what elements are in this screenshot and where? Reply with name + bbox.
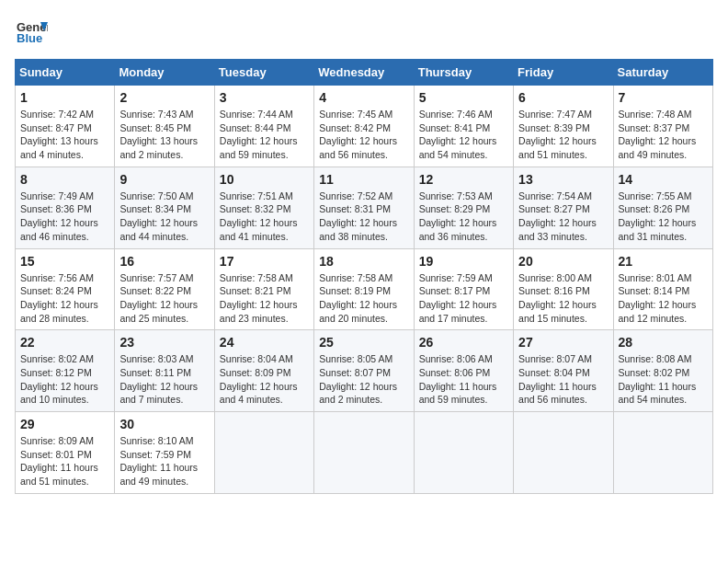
day-number: 19 xyxy=(419,254,508,269)
calendar-cell: 28Sunrise: 8:08 AMSunset: 8:02 PMDayligh… xyxy=(613,330,712,412)
day-info: Sunrise: 7:58 AMSunset: 8:19 PMDaylight:… xyxy=(319,271,408,326)
day-info: Sunrise: 7:46 AMSunset: 8:41 PMDaylight:… xyxy=(419,108,508,162)
day-info: Sunrise: 7:48 AMSunset: 8:37 PMDaylight:… xyxy=(619,108,708,162)
day-info: Sunrise: 7:56 AMSunset: 8:24 PMDaylight:… xyxy=(20,271,109,326)
day-number: 7 xyxy=(619,90,708,105)
day-number: 21 xyxy=(619,254,708,269)
day-info: Sunrise: 7:55 AMSunset: 8:26 PMDaylight:… xyxy=(619,190,708,244)
day-info: Sunrise: 8:01 AMSunset: 8:14 PMDaylight:… xyxy=(619,271,708,326)
day-number: 18 xyxy=(319,254,408,269)
day-info: Sunrise: 8:05 AMSunset: 8:07 PMDaylight:… xyxy=(319,352,408,407)
calendar-cell xyxy=(414,412,513,494)
calendar-cell: 6Sunrise: 7:47 AMSunset: 8:39 PMDaylight… xyxy=(514,86,613,167)
column-header-friday: Friday xyxy=(514,60,613,86)
page-header: General Blue xyxy=(15,15,713,48)
day-number: 1 xyxy=(20,90,109,105)
calendar-week-3: 15Sunrise: 7:56 AMSunset: 8:24 PMDayligh… xyxy=(16,248,713,330)
day-number: 22 xyxy=(20,335,109,350)
calendar-cell: 25Sunrise: 8:05 AMSunset: 8:07 PMDayligh… xyxy=(314,330,414,412)
day-number: 2 xyxy=(119,90,209,105)
calendar-cell: 3Sunrise: 7:44 AMSunset: 8:44 PMDaylight… xyxy=(214,86,313,167)
column-header-saturday: Saturday xyxy=(613,60,712,86)
day-number: 16 xyxy=(119,254,209,269)
day-info: Sunrise: 8:04 AMSunset: 8:09 PMDaylight:… xyxy=(220,352,309,407)
calendar-cell: 24Sunrise: 8:04 AMSunset: 8:09 PMDayligh… xyxy=(214,330,313,412)
calendar-cell: 26Sunrise: 8:06 AMSunset: 8:06 PMDayligh… xyxy=(414,330,513,412)
day-number: 10 xyxy=(220,172,309,187)
day-number: 20 xyxy=(518,254,608,269)
day-number: 25 xyxy=(319,335,408,350)
day-info: Sunrise: 8:00 AMSunset: 8:16 PMDaylight:… xyxy=(518,271,608,326)
day-number: 15 xyxy=(20,254,109,269)
calendar-cell: 12Sunrise: 7:53 AMSunset: 8:29 PMDayligh… xyxy=(414,167,513,248)
day-info: Sunrise: 7:53 AMSunset: 8:29 PMDaylight:… xyxy=(419,190,508,244)
day-number: 24 xyxy=(220,335,309,350)
day-info: Sunrise: 7:58 AMSunset: 8:21 PMDaylight:… xyxy=(220,271,309,326)
day-info: Sunrise: 7:51 AMSunset: 8:32 PMDaylight:… xyxy=(220,190,309,244)
day-number: 4 xyxy=(319,90,408,105)
day-number: 13 xyxy=(518,172,608,187)
calendar-table: SundayMondayTuesdayWednesdayThursdayFrid… xyxy=(15,59,713,494)
day-number: 14 xyxy=(619,172,708,187)
day-info: Sunrise: 7:47 AMSunset: 8:39 PMDaylight:… xyxy=(518,108,608,162)
calendar-week-4: 22Sunrise: 8:02 AMSunset: 8:12 PMDayligh… xyxy=(16,330,713,412)
day-number: 29 xyxy=(20,417,109,431)
calendar-cell: 19Sunrise: 7:59 AMSunset: 8:17 PMDayligh… xyxy=(414,248,513,330)
day-number: 8 xyxy=(20,172,109,187)
day-number: 5 xyxy=(419,90,508,105)
day-number: 28 xyxy=(619,335,708,350)
day-info: Sunrise: 8:03 AMSunset: 8:11 PMDaylight:… xyxy=(119,352,209,407)
calendar-cell: 5Sunrise: 7:46 AMSunset: 8:41 PMDaylight… xyxy=(414,86,513,167)
calendar-cell: 9Sunrise: 7:50 AMSunset: 8:34 PMDaylight… xyxy=(115,167,214,248)
calendar-week-2: 8Sunrise: 7:49 AMSunset: 8:36 PMDaylight… xyxy=(16,167,713,248)
calendar-cell: 29Sunrise: 8:09 AMSunset: 8:01 PMDayligh… xyxy=(16,412,115,494)
day-info: Sunrise: 7:44 AMSunset: 8:44 PMDaylight:… xyxy=(220,108,309,162)
calendar-cell: 7Sunrise: 7:48 AMSunset: 8:37 PMDaylight… xyxy=(613,86,712,167)
calendar-week-1: 1Sunrise: 7:42 AMSunset: 8:47 PMDaylight… xyxy=(16,86,713,167)
day-number: 26 xyxy=(419,335,508,350)
day-number: 17 xyxy=(220,254,309,269)
calendar-cell xyxy=(514,412,613,494)
column-header-monday: Monday xyxy=(115,60,214,86)
calendar-cell: 4Sunrise: 7:45 AMSunset: 8:42 PMDaylight… xyxy=(314,86,414,167)
day-number: 3 xyxy=(220,90,309,105)
day-info: Sunrise: 7:42 AMSunset: 8:47 PMDaylight:… xyxy=(20,108,109,162)
calendar-cell: 10Sunrise: 7:51 AMSunset: 8:32 PMDayligh… xyxy=(214,167,313,248)
svg-text:Blue: Blue xyxy=(17,31,42,45)
day-info: Sunrise: 7:45 AMSunset: 8:42 PMDaylight:… xyxy=(319,108,408,162)
day-info: Sunrise: 8:09 AMSunset: 8:01 PMDaylight:… xyxy=(20,434,109,488)
calendar-cell: 13Sunrise: 7:54 AMSunset: 8:27 PMDayligh… xyxy=(514,167,613,248)
column-header-wednesday: Wednesday xyxy=(314,60,414,86)
day-info: Sunrise: 8:02 AMSunset: 8:12 PMDaylight:… xyxy=(20,352,109,407)
calendar-cell: 1Sunrise: 7:42 AMSunset: 8:47 PMDaylight… xyxy=(16,86,115,167)
day-info: Sunrise: 7:57 AMSunset: 8:22 PMDaylight:… xyxy=(119,271,209,326)
calendar-cell xyxy=(314,412,414,494)
calendar-week-5: 29Sunrise: 8:09 AMSunset: 8:01 PMDayligh… xyxy=(16,412,713,494)
day-info: Sunrise: 8:06 AMSunset: 8:06 PMDaylight:… xyxy=(419,352,508,407)
day-info: Sunrise: 7:49 AMSunset: 8:36 PMDaylight:… xyxy=(20,190,109,244)
day-number: 12 xyxy=(419,172,508,187)
calendar-cell: 15Sunrise: 7:56 AMSunset: 8:24 PMDayligh… xyxy=(16,248,115,330)
calendar-cell: 22Sunrise: 8:02 AMSunset: 8:12 PMDayligh… xyxy=(16,330,115,412)
calendar-cell: 14Sunrise: 7:55 AMSunset: 8:26 PMDayligh… xyxy=(613,167,712,248)
calendar-cell: 30Sunrise: 8:10 AMSunset: 7:59 PMDayligh… xyxy=(115,412,214,494)
calendar-cell: 2Sunrise: 7:43 AMSunset: 8:45 PMDaylight… xyxy=(115,86,214,167)
day-number: 23 xyxy=(119,335,209,350)
day-info: Sunrise: 8:07 AMSunset: 8:04 PMDaylight:… xyxy=(518,352,608,407)
day-number: 6 xyxy=(518,90,608,105)
day-info: Sunrise: 7:59 AMSunset: 8:17 PMDaylight:… xyxy=(419,271,508,326)
calendar-cell: 11Sunrise: 7:52 AMSunset: 8:31 PMDayligh… xyxy=(314,167,414,248)
day-number: 27 xyxy=(518,335,608,350)
day-info: Sunrise: 7:52 AMSunset: 8:31 PMDaylight:… xyxy=(319,190,408,244)
calendar-cell: 17Sunrise: 7:58 AMSunset: 8:21 PMDayligh… xyxy=(214,248,313,330)
calendar-cell: 16Sunrise: 7:57 AMSunset: 8:22 PMDayligh… xyxy=(115,248,214,330)
column-header-thursday: Thursday xyxy=(414,60,513,86)
day-info: Sunrise: 8:10 AMSunset: 7:59 PMDaylight:… xyxy=(119,434,209,488)
calendar-cell: 20Sunrise: 8:00 AMSunset: 8:16 PMDayligh… xyxy=(514,248,613,330)
calendar-cell: 23Sunrise: 8:03 AMSunset: 8:11 PMDayligh… xyxy=(115,330,214,412)
calendar-header: SundayMondayTuesdayWednesdayThursdayFrid… xyxy=(16,60,713,86)
calendar-cell xyxy=(613,412,712,494)
day-info: Sunrise: 7:54 AMSunset: 8:27 PMDaylight:… xyxy=(518,190,608,244)
day-info: Sunrise: 7:43 AMSunset: 8:45 PMDaylight:… xyxy=(119,108,209,162)
calendar-cell xyxy=(214,412,313,494)
